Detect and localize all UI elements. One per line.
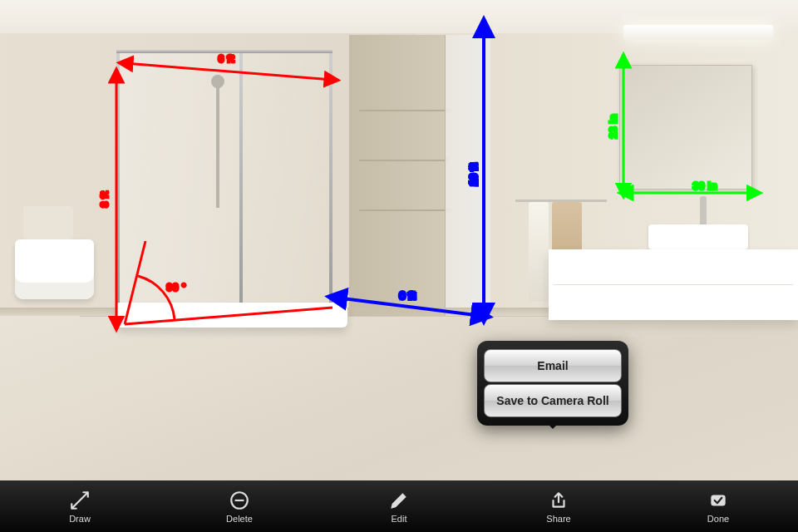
svg-rect-2: [711, 495, 725, 505]
scene-toilet: [15, 239, 94, 299]
share-popover: Email Save to Camera Roll: [477, 341, 628, 426]
scene-shower-glass: [116, 50, 332, 316]
toolbar: Draw Delete Edit Share Done: [0, 480, 798, 532]
draw-icon: [69, 490, 91, 511]
delete-label: Delete: [226, 514, 253, 524]
scene-closet: [349, 35, 490, 316]
draw-button[interactable]: Draw: [0, 480, 160, 532]
scene-shower-bar: [116, 50, 332, 53]
done-icon: [707, 490, 729, 511]
app-root: 8 ft 6 ft 90 ° 10 ft 6 ft 23 in: [0, 0, 798, 532]
scene-shower-head: [216, 75, 219, 208]
share-label: Share: [546, 514, 570, 524]
scene-glass-door: [445, 35, 490, 316]
scene-shower-post: [329, 50, 332, 316]
scene-shelf: [359, 110, 449, 111]
scene-sink: [648, 224, 748, 249]
share-save-camera-roll-button[interactable]: Save to Camera Roll: [484, 384, 622, 417]
scene-shelf: [359, 160, 449, 161]
scene-drawer: [554, 284, 793, 316]
share-button[interactable]: Share: [479, 480, 638, 532]
scene-shower-tray: [116, 303, 347, 328]
share-icon: [548, 490, 569, 511]
delete-icon: [229, 490, 250, 511]
scene-shower-post: [239, 50, 243, 316]
edit-icon: [388, 490, 410, 511]
draw-label: Draw: [69, 514, 91, 524]
scene-vanity: [549, 249, 798, 320]
scene-shower-post: [116, 50, 120, 316]
delete-button[interactable]: Delete: [160, 480, 319, 532]
scene-towel: [529, 202, 549, 302]
done-label: Done: [707, 514, 729, 524]
share-email-button[interactable]: Email: [484, 349, 622, 382]
scene-shower: [116, 50, 332, 316]
edit-label: Edit: [392, 514, 407, 524]
scene-faucet: [700, 196, 707, 228]
photo-background: [0, 0, 798, 532]
done-button[interactable]: Done: [638, 480, 798, 532]
scene-mirror: [619, 65, 752, 190]
scene-light: [623, 25, 773, 40]
edit-button[interactable]: Edit: [319, 480, 479, 532]
scene-shelf: [359, 209, 449, 211]
